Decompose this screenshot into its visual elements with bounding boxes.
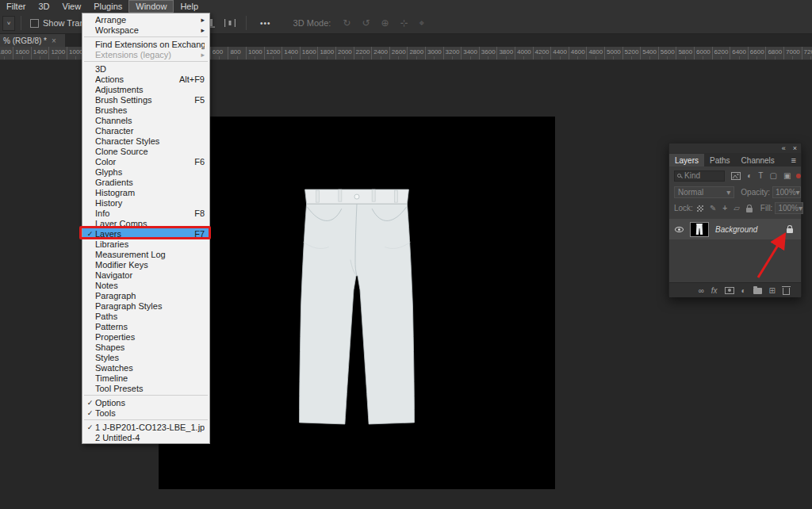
menu-item-styles[interactable]: Styles xyxy=(82,352,209,362)
chevron-down-icon: ▾ xyxy=(796,188,800,197)
fill-input[interactable]: 100% ▾ xyxy=(775,202,803,214)
ruler-tick: 7000 xyxy=(783,47,784,60)
lock-all-icon[interactable] xyxy=(746,208,753,212)
menu-item-shapes[interactable]: Shapes xyxy=(82,342,209,352)
menu-item-2-untitled-4[interactable]: 2 Untitled-4 xyxy=(82,432,209,442)
menu-item-brushes[interactable]: Brushes xyxy=(82,105,209,115)
add-layer-mask-icon[interactable] xyxy=(725,287,734,294)
lock-transparency-icon[interactable] xyxy=(697,205,703,212)
link-layers-icon[interactable]: ∞ xyxy=(699,286,704,295)
layer-style-fx-icon[interactable]: fx xyxy=(711,286,718,295)
menu-item-histogram[interactable]: Histogram xyxy=(82,187,209,197)
menu-item-clone-source[interactable]: Clone Source xyxy=(82,146,209,156)
menu-item-properties[interactable]: Properties xyxy=(82,331,209,342)
menubar-item-help[interactable]: Help xyxy=(174,0,205,13)
3d-camera-icon[interactable]: ⌖ xyxy=(419,17,425,29)
menu-item-3d[interactable]: 3D xyxy=(82,63,209,74)
menu-item-modifier-keys[interactable]: Modifier Keys xyxy=(82,259,209,270)
menu-item-patterns[interactable]: Patterns xyxy=(82,321,209,331)
opacity-input[interactable]: 100% ▾ xyxy=(772,186,801,198)
menu-item-swatches[interactable]: Swatches xyxy=(82,362,209,373)
menu-item-measurement-log[interactable]: Measurement Log xyxy=(82,249,209,259)
menu-item-history[interactable]: History xyxy=(82,197,209,208)
menu-item-notes[interactable]: Notes xyxy=(82,280,209,290)
adjustment-layer-icon[interactable]: ◐ xyxy=(741,286,746,295)
menu-item-gradients[interactable]: Gradients xyxy=(82,177,209,187)
menu-item-brush-settings[interactable]: Brush SettingsF5 xyxy=(82,94,209,105)
menu-item-layer-comps[interactable]: Layer Comps xyxy=(82,218,209,228)
menu-item-adjustments[interactable]: Adjustments xyxy=(82,84,209,94)
panel-tab-paths[interactable]: Paths xyxy=(704,154,736,166)
menu-item-libraries[interactable]: Libraries xyxy=(82,239,209,249)
layer-lock-icon[interactable] xyxy=(787,228,793,233)
menu-item-channels[interactable]: Channels xyxy=(82,115,209,125)
menu-item-label: Actions xyxy=(95,75,173,84)
show-transform-checkbox[interactable] xyxy=(30,19,39,28)
menu-item-glyphs[interactable]: Glyphs xyxy=(82,166,209,177)
lock-pixels-brush-icon[interactable]: ✎ xyxy=(710,204,716,212)
panel-tab-layers[interactable]: Layers xyxy=(669,154,704,166)
lock-artboard-icon[interactable]: ▱ xyxy=(733,204,740,212)
3d-roll-icon[interactable]: ↺ xyxy=(362,17,370,29)
menu-item-info[interactable]: InfoF8 xyxy=(82,208,209,218)
type-layer-filter-icon[interactable]: T xyxy=(758,171,763,180)
menu-item-workspace[interactable]: Workspace▸ xyxy=(82,25,209,35)
tab-close-icon[interactable]: × xyxy=(52,36,56,45)
menu-item-tool-presets[interactable]: Tool Presets xyxy=(82,383,209,393)
menu-item-actions[interactable]: ActionsAlt+F9 xyxy=(82,74,209,84)
menubar-item-view[interactable]: View xyxy=(56,0,88,13)
ruler-tick-label: 6800 xyxy=(768,48,782,55)
panel-menu-icon[interactable]: ≡ xyxy=(791,155,796,165)
menu-item-tools[interactable]: ✓Tools xyxy=(82,408,209,418)
menu-item-paragraph-styles[interactable]: Paragraph Styles xyxy=(82,300,209,311)
adjustment-layer-filter-icon[interactable]: ◐ xyxy=(747,171,752,180)
panel-tab-channels[interactable]: Channels xyxy=(736,154,780,166)
menu-item-label: Paragraph xyxy=(95,291,205,300)
menu-item-paths[interactable]: Paths xyxy=(82,311,209,321)
menu-item-character[interactable]: Character xyxy=(82,125,209,136)
delete-layer-trash-icon[interactable] xyxy=(783,288,790,295)
menu-item-color[interactable]: ColorF6 xyxy=(82,156,209,166)
menu-item-navigator[interactable]: Navigator xyxy=(82,270,209,280)
menu-item-options[interactable]: ✓Options xyxy=(82,397,209,408)
blend-mode-dropdown[interactable]: Normal ▾ xyxy=(674,186,734,198)
document-tab[interactable]: % (RGB/8) * × xyxy=(0,34,65,47)
more-options-button[interactable]: ••• xyxy=(260,19,271,28)
menu-item-character-styles[interactable]: Character Styles xyxy=(82,136,209,146)
smart-object-filter-icon[interactable]: ▣ xyxy=(783,171,791,180)
ruler-tick-label: 1800 xyxy=(320,48,334,55)
menubar-item-filter[interactable]: Filter xyxy=(0,0,32,13)
close-panel-icon[interactable]: × xyxy=(793,145,797,152)
distribute-icon[interactable] xyxy=(224,18,236,28)
menu-item-arrange[interactable]: Arrange▸ xyxy=(82,14,209,25)
new-group-folder-icon[interactable] xyxy=(753,288,762,294)
menu-item-layers[interactable]: ✓LayersF7 xyxy=(82,228,209,239)
submenu-arrow-icon: ▸ xyxy=(201,51,205,59)
filter-toggle-icon[interactable] xyxy=(796,174,801,178)
menu-item-1-j-bp201-co123-lbe-1-jpg[interactable]: ✓1 J-BP201-CO123-LBE_1.jpg xyxy=(82,422,209,432)
menubar-item-window[interactable]: Window xyxy=(128,0,174,13)
menu-item-label: Clone Source xyxy=(95,147,205,156)
layer-thumbnail[interactable] xyxy=(690,222,709,237)
menubar-item-3d[interactable]: 3D xyxy=(32,0,56,13)
menu-item-extensions-legacy-[interactable]: Extensions (legacy)▸ xyxy=(82,49,209,59)
3d-mode-label: 3D Mode: xyxy=(293,18,331,28)
menu-item-label: Layer Comps xyxy=(95,219,205,228)
shape-layer-filter-icon[interactable]: ▢ xyxy=(769,171,776,180)
background-layer-row[interactable]: Background xyxy=(669,219,801,239)
tool-preset-dropdown[interactable]: ˅ xyxy=(2,16,15,31)
3d-slide-icon[interactable]: ⊹ xyxy=(400,17,408,29)
collapse-panel-icon[interactable]: « xyxy=(782,145,786,152)
menu-item-timeline[interactable]: Timeline xyxy=(82,373,209,383)
menu-item-paragraph[interactable]: Paragraph xyxy=(82,290,209,300)
3d-orbit-icon[interactable]: ↻ xyxy=(343,17,350,29)
menubar-item-plugins[interactable]: Plugins xyxy=(87,0,128,13)
3d-pan-icon[interactable]: ⊕ xyxy=(381,17,389,29)
pixel-layer-filter-icon[interactable] xyxy=(731,172,741,180)
menu-item-find-extensions-on-exchange-legacy-[interactable]: Find Extensions on Exchange (legacy)... xyxy=(82,39,209,49)
ruler-minor-tick xyxy=(237,56,238,59)
layer-visibility-eye-icon[interactable] xyxy=(675,227,684,232)
lock-position-move-icon[interactable]: + xyxy=(722,204,727,212)
filter-kind-dropdown[interactable]: Kind xyxy=(674,170,725,182)
new-layer-icon[interactable]: ⊞ xyxy=(769,286,776,295)
